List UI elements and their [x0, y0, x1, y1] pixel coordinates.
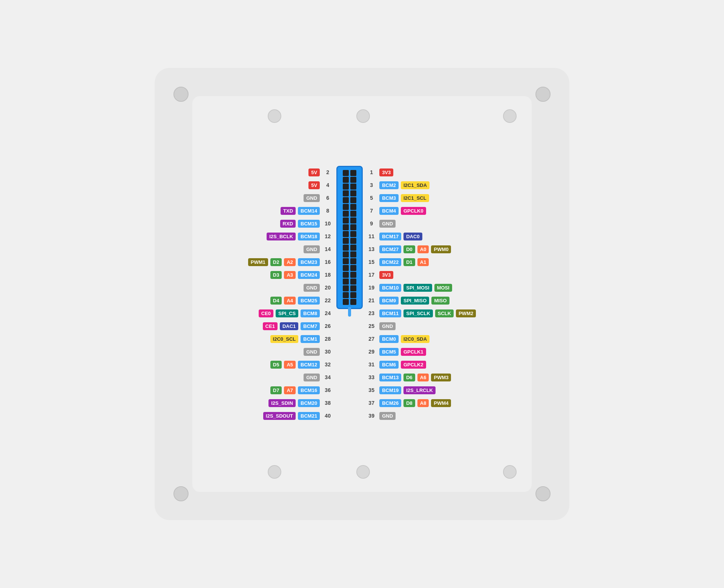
pin-row-16	[340, 279, 359, 285]
label-bcm5: BCM5	[379, 348, 399, 356]
pin-dot-11-0	[343, 245, 349, 251]
pin-dot-3-1	[350, 190, 356, 196]
pin-dot-15-0	[343, 272, 349, 278]
pin-dot-5-1	[350, 204, 356, 210]
pin-num-left-34: 34	[322, 374, 333, 380]
screw2-bl	[268, 465, 281, 479]
label-a1: A1	[417, 258, 429, 266]
pin-num-left-26: 26	[322, 323, 333, 329]
screw-tr	[535, 87, 551, 102]
label-bcm13: BCM13	[379, 374, 401, 381]
label-3v3: 3V3	[379, 168, 393, 176]
right-pin-5: 5BCM3I2C1_SCL	[366, 191, 429, 204]
label-bcm9: BCM9	[379, 297, 399, 305]
left-pin-26: CE1DAC1BCM726	[263, 320, 334, 332]
label-i2s-sdout: I2S_SDOUT	[263, 412, 296, 420]
pin-num-left-24: 24	[322, 310, 333, 316]
label-pwm3: PWM3	[431, 374, 451, 381]
right-pin-37: 37BCM26D8A8PWM4	[366, 397, 451, 409]
label-d4: D4	[270, 297, 282, 305]
right-pin-11: 11BCM17DAC0	[366, 230, 422, 243]
pin-dot-19-0	[343, 299, 349, 305]
label-5v: 5V	[308, 168, 320, 176]
left-pin-40: I2S_SDOUTBCM2140	[263, 409, 333, 422]
label-bcm6: BCM6	[379, 361, 399, 369]
pin-dot-6-1	[350, 211, 356, 217]
pin-dot-4-1	[350, 197, 356, 203]
label-bcm25: BCM25	[298, 297, 320, 305]
label-pwm4: PWM4	[431, 399, 451, 407]
label-spi-mosi: SPI_MOSI	[403, 284, 432, 292]
pin-row-11	[340, 245, 359, 251]
left-pin-10: RXDBCM1510	[280, 217, 334, 230]
label-bcm12: BCM12	[298, 361, 320, 369]
label-gnd: GND	[379, 412, 396, 420]
label-gnd: GND	[304, 284, 320, 292]
label-gnd: GND	[304, 245, 320, 253]
pin-dot-16-0	[343, 279, 349, 285]
right-pin-1: 13V3	[366, 166, 393, 179]
pin-num-left-16: 16	[322, 259, 333, 265]
label-spi-sclk: SPI_SCLK	[403, 309, 433, 317]
screw2-tc	[356, 109, 370, 123]
pin-row-3	[340, 190, 359, 196]
pin-dot-17-1	[350, 285, 356, 291]
pin-row-14	[340, 265, 359, 271]
pin-num-right-1: 1	[366, 169, 377, 175]
pin-num-left-12: 12	[322, 233, 333, 239]
label-i2c1-sda: I2C1_SDA	[401, 181, 429, 189]
pin-num-right-7: 7	[366, 208, 377, 214]
pin-num-left-14: 14	[322, 246, 333, 252]
screw2-tl	[268, 109, 281, 123]
pin-num-left-30: 30	[322, 349, 333, 355]
label-bcm8: BCM8	[301, 309, 320, 317]
label-i2s-sdin: I2S_SDIN	[268, 399, 296, 407]
label-a7: A7	[284, 386, 296, 394]
label-dac0: DAC0	[403, 233, 422, 240]
pin-num-right-3: 3	[366, 182, 377, 188]
pin-dot-9-0	[343, 231, 349, 237]
pin-num-right-5: 5	[366, 195, 377, 201]
right-pin-35: 35BCM19I2S_LRCLK	[366, 384, 436, 397]
label-i2s-lrclk: I2S_LRCLK	[403, 386, 436, 394]
right-pin-21: 21BCM9SPI_MISOMISO	[366, 294, 449, 307]
pin-dot-9-1	[350, 231, 356, 237]
pin-num-right-23: 23	[366, 310, 377, 316]
label-bcm7: BCM7	[301, 322, 320, 330]
label-bcm16: BCM16	[298, 386, 320, 394]
pin-num-right-9: 9	[366, 220, 377, 227]
screw2-br	[503, 465, 517, 479]
pin-dot-2-1	[350, 184, 356, 190]
left-pin-18: D3A3BCM2418	[270, 268, 333, 281]
label-a3: A3	[284, 271, 296, 279]
pin-num-left-28: 28	[322, 336, 333, 342]
left-pin-20: GND20	[304, 281, 333, 294]
pin-row-4	[340, 197, 359, 203]
label-gpclk1: GPCLK1	[401, 348, 426, 356]
left-pin-30: GND30	[304, 345, 333, 358]
pin-dot-11-1	[350, 245, 356, 251]
pin-num-left-36: 36	[322, 387, 333, 393]
pin-dot-1-1	[350, 177, 356, 183]
pin-num-right-25: 25	[366, 323, 377, 329]
gpio-area: 5V25V4GND6TXDBCM148RXDBCM1510I2S_BCLKBCM…	[248, 166, 476, 422]
label-bcm21: BCM21	[298, 412, 320, 420]
label-i2c0-sda: I2C0_SDA	[401, 335, 429, 343]
label-rxd: RXD	[280, 220, 296, 228]
pin-dot-1-0	[343, 177, 349, 183]
pin-num-left-8: 8	[322, 208, 333, 214]
label-bcm1: BCM1	[301, 335, 320, 343]
label-gnd: GND	[304, 374, 320, 381]
right-pin-19: 19BCM10SPI_MOSIMOSI	[366, 281, 452, 294]
pin-dot-14-0	[343, 265, 349, 271]
right-pin-15: 15BCM22D1A1	[366, 256, 429, 268]
pin-num-right-17: 17	[366, 272, 377, 278]
pin-num-right-37: 37	[366, 400, 377, 406]
label-spi-miso: SPI_MISO	[401, 297, 429, 305]
pin-row-1	[340, 177, 359, 183]
pin-dot-8-1	[350, 224, 356, 230]
screw-tl	[173, 87, 189, 102]
pin-row-13	[340, 258, 359, 264]
label-i2c0-scl: I2C0_SCL	[270, 335, 299, 343]
pin-row-19	[340, 299, 359, 305]
